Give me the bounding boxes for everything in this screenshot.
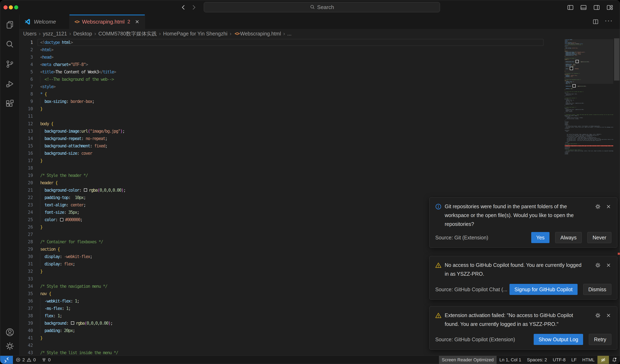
code-line[interactable]: 6 <!--The background of the web--> xyxy=(19,76,545,83)
minimap-viewport xyxy=(565,39,613,84)
tab-welcome[interactable]: Welcome xyxy=(19,15,69,29)
signup-for-github-copilot-button[interactable]: Signup for GitHub Copilot xyxy=(510,284,577,295)
window-close-button[interactable] xyxy=(3,5,8,9)
notifications-bell[interactable] xyxy=(609,356,620,364)
remote-indicator[interactable] xyxy=(0,356,13,364)
tab-webscraping-html[interactable]: <>Webscraping.html2 xyxy=(69,15,145,29)
code-line[interactable]: 4<meta charset="UTF-8"> xyxy=(19,61,545,68)
back-arrow-icon[interactable] xyxy=(180,4,187,11)
code-line[interactable]: 13 background-image:url("image/bg.jpg"); xyxy=(19,127,545,135)
code-line[interactable]: 16 background-size: cover xyxy=(19,150,545,157)
customize-layout-icon[interactable] xyxy=(606,4,613,11)
search-command-center[interactable]: Search xyxy=(204,2,440,12)
status-item-ln-1-col-1[interactable]: Ln 1, Col 1 xyxy=(496,356,524,364)
toggle-primary-sidebar-icon[interactable] xyxy=(567,4,574,11)
color-swatch-transparent[interactable] xyxy=(84,188,87,192)
code-line[interactable]: 7<style> xyxy=(19,83,545,91)
minimap[interactable]: <!doctype html> <html> <head> <meta char… xyxy=(565,39,613,154)
breadcrumb-separator: › xyxy=(39,30,41,37)
status-item-html[interactable]: HTML xyxy=(579,356,597,364)
code-line[interactable]: 21 background-color: rgba(0,0,0,0.00); xyxy=(19,186,545,194)
accounts-icon[interactable] xyxy=(5,328,14,337)
extensions-icon[interactable] xyxy=(5,99,14,108)
ports-status[interactable]: 0 xyxy=(39,356,54,364)
remote-icon xyxy=(4,357,9,363)
notification-message: Git repositories were found in the paren… xyxy=(445,202,586,228)
breadcrumb-separator: › xyxy=(69,30,71,37)
window-zoom-button[interactable] xyxy=(14,5,18,9)
window-minimize-button[interactable] xyxy=(9,5,13,9)
show-output-log-button[interactable]: Show Output Log xyxy=(534,334,583,345)
status-item-screen-reader-optimized[interactable]: Screen Reader Optimized xyxy=(439,356,496,364)
code-line[interactable]: 2<html> xyxy=(19,46,545,54)
code-line[interactable]: 1<!doctype html> xyxy=(19,39,545,46)
notification-close-icon[interactable] xyxy=(606,204,611,210)
notification-close-icon[interactable] xyxy=(606,313,611,318)
never-button[interactable]: Never xyxy=(588,232,611,243)
files-icon[interactable] xyxy=(5,20,14,29)
yes-button[interactable]: Yes xyxy=(531,232,549,243)
breadcrumb-symbol[interactable]: ... xyxy=(287,31,292,37)
notification-settings-gear-icon[interactable] xyxy=(595,262,601,268)
line-number: 29 xyxy=(19,245,33,253)
toggle-secondary-sidebar-icon[interactable] xyxy=(593,4,600,11)
code-line[interactable]: 12body { xyxy=(19,120,545,127)
code-line[interactable]: 43/* Style the list inside the menu */ xyxy=(19,349,545,356)
code-line[interactable]: 17} xyxy=(19,157,545,164)
code-line[interactable]: 20header { xyxy=(19,179,545,186)
code-line[interactable]: 5<title>The Content of Week3</title> xyxy=(19,68,545,76)
breadcrumb-item[interactable]: COMM5780数字媒体实践 xyxy=(98,30,157,37)
ports-icon xyxy=(42,357,46,362)
color-swatch-transparent[interactable] xyxy=(71,321,74,325)
split-editor-icon[interactable] xyxy=(592,18,599,25)
code-line[interactable]: 10} xyxy=(19,105,545,113)
notification-settings-gear-icon[interactable] xyxy=(595,313,601,318)
warning-icon xyxy=(435,262,441,268)
line-number: 19 xyxy=(19,172,33,179)
breadcrumb-item[interactable]: yszz_1121 xyxy=(43,31,67,37)
color-swatch-transparent[interactable] xyxy=(573,84,576,88)
scrollbar-thumb[interactable] xyxy=(614,38,620,81)
code-line[interactable]: 11 xyxy=(19,113,545,120)
search-icon[interactable] xyxy=(5,40,14,49)
always-button[interactable]: Always xyxy=(555,232,582,243)
copilot-status[interactable] xyxy=(597,356,609,364)
overview-ruler-error-mark xyxy=(618,253,620,255)
notification-close-icon[interactable] xyxy=(606,262,611,268)
breadcrumb-separator: › xyxy=(94,30,96,37)
line-number: 30 xyxy=(19,253,33,260)
line-number: 37 xyxy=(19,305,33,312)
code-line[interactable]: 3<head> xyxy=(19,54,545,61)
tab-strip: Welcome<>Webscraping.html2 ··· xyxy=(19,15,620,29)
code-line[interactable]: 18 xyxy=(19,164,545,172)
dismiss-button[interactable]: Dismiss xyxy=(583,284,612,295)
status-item-spaces-2[interactable]: Spaces: 2 xyxy=(524,356,550,364)
line-number: 5 xyxy=(19,68,33,76)
code-line[interactable]: 8* { xyxy=(19,91,545,98)
color-swatch-black[interactable] xyxy=(60,218,63,221)
code-line[interactable]: 14 background-repeat: no-repeat; xyxy=(19,135,545,142)
code-line[interactable]: 15 background-attachment: fixed; xyxy=(19,142,545,150)
forward-arrow-icon[interactable] xyxy=(190,4,197,11)
code-line[interactable]: 19/* Style the header */ xyxy=(19,172,545,179)
toggle-panel-icon[interactable] xyxy=(580,4,587,11)
problems-status[interactable]: 20 xyxy=(13,356,39,364)
notification-settings-gear-icon[interactable] xyxy=(595,204,601,210)
notification-message: Extension activation failed: "No access … xyxy=(445,311,586,329)
code-line[interactable]: 9 box-sizing: border-box; xyxy=(19,98,545,105)
more-actions-icon[interactable]: ··· xyxy=(605,19,613,24)
breadcrumb-file[interactable]: Webscraping.html xyxy=(240,31,281,37)
breadcrumb-item[interactable]: Desktop xyxy=(73,31,92,37)
run-debug-icon[interactable] xyxy=(5,79,14,88)
breadcrumb-separator: › xyxy=(159,30,161,37)
breadcrumb-item[interactable]: Users xyxy=(23,31,36,37)
settings-gear-icon[interactable] xyxy=(5,342,14,351)
status-item-utf-8[interactable]: UTF-8 xyxy=(550,356,568,364)
source-control-icon[interactable] xyxy=(5,60,14,69)
retry-button[interactable]: Retry xyxy=(589,334,611,345)
status-item-lf[interactable]: LF xyxy=(568,356,579,364)
breadcrumb-item[interactable]: HomePage for Yin Shengzhi xyxy=(163,31,227,37)
tab-close-icon[interactable] xyxy=(135,19,140,24)
line-number: 6 xyxy=(19,76,33,83)
search-placeholder: Search xyxy=(317,4,334,10)
